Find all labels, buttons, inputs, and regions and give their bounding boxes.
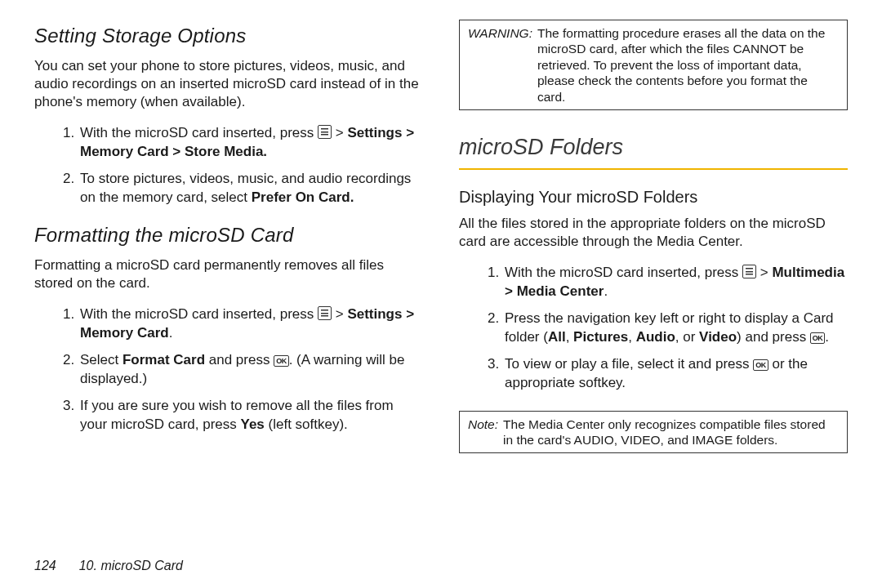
page-number: 124 [34,559,56,573]
menu-icon [318,306,332,320]
left-column: Setting Storage Options You can set your… [34,20,423,529]
subheading-display-folders: Displaying Your microSD Folders [459,188,848,207]
right-column: WARNING: The formatting procedure erases… [459,20,848,529]
note-label: Note: [468,416,498,448]
heading-formatting: Formatting the microSD Card [34,224,423,247]
ok-icon: OK [274,355,289,367]
step-format-2: Select Format Card and press OK. (A warn… [78,351,423,389]
section-title: microSD Folders [459,135,848,160]
menu-icon [318,125,332,139]
step-folders-3: To view or play a file, select it and pr… [503,355,848,393]
menu-icon [742,265,756,278]
page-footer: 124 10. microSD Card [34,559,183,573]
steps-storage: With the microSD card inserted, press > … [34,124,423,216]
step-storage-1: With the microSD card inserted, press > … [78,124,423,162]
heading-storage-options: Setting Storage Options [34,24,423,47]
section-rule [459,168,848,170]
para-formatting-intro: Formatting a microSD card permanently re… [34,256,423,292]
steps-folders: With the microSD card inserted, press > … [459,264,848,401]
step-format-1: With the microSD card inserted, press > … [78,305,423,343]
steps-formatting: With the microSD card inserted, press > … [34,305,423,443]
chapter-label: 10. microSD Card [79,559,183,573]
step-format-3: If you are sure you wish to remove all t… [78,397,423,434]
para-folders-intro: All the files stored in the appropriate … [459,215,848,251]
note-text: The Media Center only recognizes compati… [503,416,839,448]
step-folders-2: Press the navigation key left or right t… [503,310,848,347]
ok-icon: OK [753,359,768,371]
para-storage-intro: You can set your phone to store pictures… [34,57,423,111]
ok-icon: OK [810,332,826,344]
step-folders-1: With the microSD card inserted, press > … [503,264,848,301]
warning-label: WARNING: [468,25,532,105]
warning-callout: WARNING: The formatting procedure erases… [459,20,848,110]
note-callout: Note: The Media Center only recognizes c… [459,411,848,454]
step-storage-2: To store pictures, videos, music, and au… [78,170,423,207]
warning-text: The formatting procedure erases all the … [537,25,839,105]
